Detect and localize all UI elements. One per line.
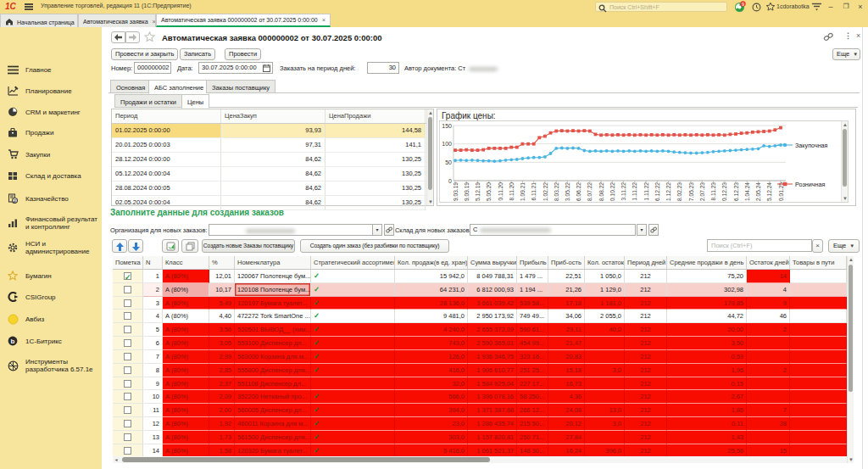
- col-header-7[interactable]: Сумма выручки: [468, 256, 517, 270]
- price-row-4[interactable]: 28.08.2024 0:00:0584,62130,25: [112, 181, 426, 196]
- close-document-icon[interactable]: ×: [856, 31, 860, 40]
- current-user[interactable]: 1cdorabotka: [776, 3, 810, 9]
- col-header-4[interactable]: Номенклатура: [235, 256, 311, 270]
- favorites-star-icon[interactable]: [765, 2, 777, 14]
- action-button-2[interactable]: Провести: [225, 48, 261, 60]
- favorite-star-icon[interactable]: [144, 31, 155, 45]
- create-single-order-button[interactable]: Создать один заказ (без разбивки по пост…: [300, 239, 449, 253]
- table-row-6[interactable]: 6А (80%)3,05553100 Диспенсер дл...✓743,0…: [113, 337, 847, 350]
- sidebar-item-9[interactable]: Бумагин: [0, 271, 102, 281]
- col-header-12[interactable]: Средние продажи в день: [667, 256, 747, 270]
- notifications-icon[interactable]: 9: [734, 1, 746, 13]
- table-row-9[interactable]: 9А (80%)2,37551108 Диспенсер дл...32,01 …: [113, 377, 847, 391]
- back-button[interactable]: [111, 31, 125, 43]
- action-button-1[interactable]: Записать: [180, 48, 215, 60]
- form-tab-2[interactable]: Заказы поставщику: [206, 80, 275, 93]
- table-row-11[interactable]: 11А (80%)2,00560005 Диспенсер дл...✓394,…: [113, 404, 847, 417]
- col-header-8[interactable]: Прибыль: [517, 256, 548, 270]
- window-tab-1[interactable]: Автоматическая заявка×: [78, 14, 156, 27]
- history-icon[interactable]: [752, 3, 764, 14]
- window-tab-0[interactable]: Начальная страница: [0, 14, 78, 27]
- col-header-13[interactable]: Остаток дней: [747, 256, 790, 270]
- table-more-button[interactable]: Еще▼: [828, 239, 860, 253]
- col-header-1[interactable]: N: [143, 256, 163, 270]
- forward-button[interactable]: [125, 31, 140, 43]
- checkbox-checked[interactable]: [124, 272, 131, 280]
- form-tab-0[interactable]: Основная: [110, 80, 151, 93]
- table-row-13[interactable]: 13А (80%)1,73561500 Диспенсер для...✓303…: [113, 431, 847, 444]
- table-vscrollbar[interactable]: ▲ ▼: [847, 256, 854, 463]
- search-clear-button[interactable]: ×: [812, 239, 823, 253]
- sidebar-item-4[interactable]: Закупки: [0, 149, 102, 159]
- table-row-5[interactable]: 5А (80%)3,56520501 ВЫВОД__ (хим...✓4 240…: [113, 323, 847, 337]
- price-subtab-0[interactable]: Продажи и остатки: [114, 94, 182, 108]
- table-search-input[interactable]: Поиск (Ctrl+F): [707, 239, 812, 252]
- calendar-icon[interactable]: [263, 64, 270, 72]
- sidebar-item-0[interactable]: Главное: [0, 65, 102, 75]
- col-header-0[interactable]: Пометка: [113, 256, 143, 270]
- window-tab-2[interactable]: Автоматическая заявка 000000002 от 30.07…: [156, 14, 331, 27]
- price-col-header-2[interactable]: ЦенаПродажи: [326, 109, 426, 123]
- sidebar-item-13[interactable]: Инструменты разработчика 6.57.1е: [0, 358, 102, 373]
- date-field[interactable]: 30.07.2025 0:00:00: [198, 62, 273, 74]
- checkbox-unchecked[interactable]: [124, 447, 131, 455]
- checkbox-unchecked[interactable]: [124, 366, 131, 374]
- sidebar-item-6[interactable]: ₽Казначейство: [0, 193, 102, 204]
- checkbox-unchecked[interactable]: [124, 406, 131, 414]
- copy-button[interactable]: [181, 239, 198, 253]
- col-header-2[interactable]: Класс: [163, 256, 209, 270]
- table-row-2[interactable]: 2А (80%)10,17120108 Полотенце бум...✓64 …: [113, 283, 847, 297]
- col-header-5[interactable]: Стратегический ассортимент: [311, 256, 395, 270]
- warehouse-field[interactable]: С: [470, 224, 636, 236]
- get-link-icon[interactable]: [823, 32, 834, 43]
- sidebar-item-7[interactable]: Финансовый результат и контроллинг: [0, 215, 102, 231]
- minimize-button[interactable]: –: [826, 2, 836, 12]
- price-row-1[interactable]: 20.01.2025 0:00:0397,31141,1: [112, 138, 426, 153]
- table-row-12[interactable]: 12А (80%)1,92460011 Корзина для м...✓23,…: [113, 417, 847, 431]
- col-header-3[interactable]: %: [209, 256, 235, 270]
- checkbox-unchecked[interactable]: [124, 380, 131, 388]
- price-table-vscrollbar[interactable]: ▲ ▼: [426, 109, 433, 205]
- order-period-field[interactable]: 30: [367, 62, 399, 74]
- col-header-6[interactable]: Кол. продаж(в ед. хран): [395, 256, 468, 270]
- org-open-button[interactable]: [384, 224, 394, 236]
- number-field[interactable]: 000000002: [134, 62, 171, 74]
- org-dropdown-button[interactable]: ▾: [372, 224, 382, 236]
- table-row-10[interactable]: 10А (80%)2,09352200 Нетканый про...✓566,…: [113, 390, 847, 404]
- sidebar-item-8[interactable]: НСИ и администрирование: [0, 240, 102, 255]
- warehouse-open-button[interactable]: [648, 224, 659, 236]
- tab-close-icon[interactable]: ×: [322, 16, 326, 24]
- form-tab-1[interactable]: АБС заполнение: [148, 80, 209, 94]
- service-menu-icon[interactable]: [811, 3, 823, 14]
- checkbox-unchecked[interactable]: [124, 393, 131, 400]
- sidebar-item-5[interactable]: Склад и доставка: [0, 171, 102, 181]
- checkbox-unchecked[interactable]: [124, 312, 131, 320]
- checkbox-unchecked[interactable]: [124, 339, 131, 347]
- checkbox-unchecked[interactable]: [124, 286, 131, 293]
- sidebar-item-2[interactable]: CRM и маркетинг: [0, 107, 102, 117]
- global-search-input[interactable]: Поиск Ctrl+Shift+F: [595, 2, 727, 12]
- move-down-button[interactable]: [128, 239, 143, 253]
- doc-more-button[interactable]: Еще▼: [832, 48, 860, 60]
- sidebar-item-1[interactable]: Планирование: [0, 86, 102, 96]
- table-row-7[interactable]: 7А (80%)2,99563000 Корзина для м...✓126,…: [113, 350, 847, 364]
- checkbox-unchecked[interactable]: [124, 433, 131, 441]
- price-subtab-1[interactable]: Цены: [181, 94, 209, 109]
- price-col-header-1[interactable]: ЦенаЗакуп: [221, 109, 326, 123]
- table-hscrollbar[interactable]: ◂: [113, 456, 847, 463]
- price-row-2[interactable]: 28.12.2024 0:00:0084,62130,25: [112, 153, 426, 167]
- price-col-header-0[interactable]: Период: [112, 109, 221, 123]
- checkbox-unchecked[interactable]: [124, 299, 131, 307]
- checkbox-unchecked[interactable]: [124, 326, 131, 333]
- price-row-0[interactable]: 01.02.2025 0:00:0093,93144,58: [112, 124, 426, 138]
- warehouse-dropdown-button[interactable]: ▾: [637, 224, 647, 236]
- scroll-left-arrow[interactable]: ◂: [113, 456, 120, 463]
- table-row-3[interactable]: 3А (80%)5,49120197 Бумага туалет...✓28 1…: [113, 297, 847, 310]
- price-row-3[interactable]: 05.12.2024 0:00:0484,62130,25: [112, 167, 426, 181]
- sidebar-item-3[interactable]: Продажи: [0, 128, 102, 137]
- create-orders-button[interactable]: Создать новые Заказы поставщику: [202, 239, 295, 253]
- fill-button[interactable]: [162, 239, 179, 253]
- sidebar-item-12[interactable]: b1С-Битрикс: [0, 336, 102, 346]
- col-header-11[interactable]: Период дней: [625, 256, 667, 270]
- more-menu-icon[interactable]: ⋮: [844, 31, 852, 40]
